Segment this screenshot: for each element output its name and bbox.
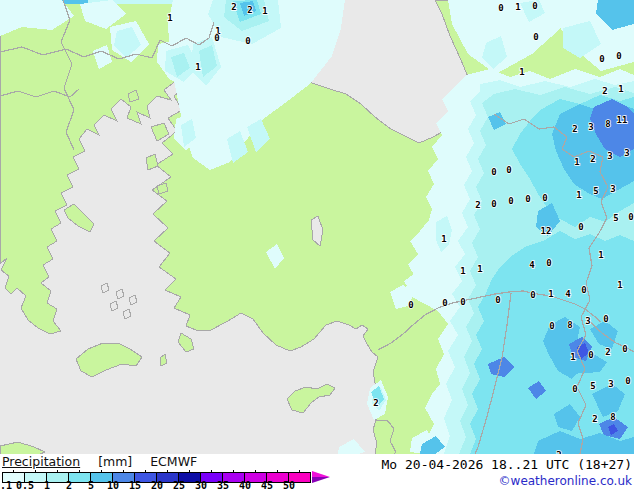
precip-value-label: 2 bbox=[592, 414, 597, 424]
legend-tick-label: 0.1 bbox=[0, 482, 14, 490]
precip-value-label: 0 bbox=[546, 258, 551, 268]
precip-value-label: 8 bbox=[605, 119, 610, 129]
precip-value-label: 0 bbox=[506, 165, 511, 175]
precip-value-label: 1 bbox=[548, 289, 553, 299]
precip-value-label: 1 bbox=[570, 352, 575, 362]
precip-value-label: 4 bbox=[529, 260, 535, 270]
precip-value-label: 0 bbox=[491, 199, 496, 209]
precip-value-label: 0 bbox=[542, 193, 547, 203]
arrow-top bbox=[312, 471, 330, 477]
precip-value-label: 0 bbox=[442, 298, 447, 308]
precip-value-label: 4 bbox=[565, 289, 571, 299]
precipitation-map: 1122100101001002123811123300153200001205… bbox=[0, 0, 634, 454]
precip-value-label: 2 bbox=[590, 154, 595, 164]
forecast-datetime: Mo 20-04-2026 18..21 UTC (18+27) bbox=[382, 457, 632, 472]
precip-value-label: 0 bbox=[572, 384, 577, 394]
precip-value-label: 0 bbox=[525, 194, 530, 204]
model-name: ECMWF bbox=[150, 454, 197, 469]
legend-title: Precipitation bbox=[2, 454, 80, 469]
precip-value-label: 2 bbox=[602, 86, 607, 96]
legend-tick-label: 15 bbox=[124, 482, 146, 490]
precip-value-label: 0 bbox=[578, 222, 583, 232]
precip-value-label: 0 bbox=[408, 300, 413, 310]
precip-value-label: 0 bbox=[491, 167, 496, 177]
precip-value-label: 5 bbox=[590, 381, 595, 391]
legend-unit: [mm] bbox=[98, 454, 132, 469]
legend-tick-label: 0.5 bbox=[14, 482, 36, 490]
precip-value-label: 3 bbox=[588, 122, 593, 132]
legend-right: Mo 20-04-2026 18..21 UTC (18+27) ©weathe… bbox=[382, 457, 632, 488]
precip-value-label: 5 bbox=[613, 213, 618, 223]
precip-value-label: 3 bbox=[624, 148, 629, 158]
precip-value-label: 3 bbox=[607, 151, 612, 161]
precip-value-label: 2 bbox=[605, 347, 610, 357]
precip-value-label: 1 bbox=[477, 264, 482, 274]
weather-app: 1122100101001002123811123300153200001205… bbox=[0, 0, 634, 490]
legend-tick-label: 1 bbox=[36, 482, 58, 490]
legend-title-row: Precipitation [mm] ECMWF bbox=[2, 454, 197, 469]
legend-tick-label: 10 bbox=[102, 482, 124, 490]
precip-value-label: 0 bbox=[603, 314, 608, 324]
legend-tick-label: 2 bbox=[58, 482, 80, 490]
legend-tick-labels: 0.10.5125101520253035404550 bbox=[0, 482, 300, 490]
legend-tick-label: 20 bbox=[146, 482, 168, 490]
precip-value-label: 1 bbox=[618, 84, 623, 94]
legend-tick-label: 5 bbox=[80, 482, 102, 490]
precip-value-label: 12 bbox=[541, 226, 552, 236]
precip-value-label: 1 bbox=[460, 266, 465, 276]
precip-value-label: 0 bbox=[498, 3, 503, 13]
precip-value-label: 1 bbox=[262, 6, 267, 16]
precip-value-label: 1 bbox=[598, 250, 603, 260]
precip-value-label: 1 bbox=[519, 67, 524, 77]
precip-value-label: 0 bbox=[628, 212, 633, 222]
precip-value-label: 0 bbox=[508, 196, 513, 206]
scale-overflow-arrow bbox=[312, 470, 334, 484]
precip-value-label: 0 bbox=[530, 290, 535, 300]
legend-tick-label: 35 bbox=[212, 482, 234, 490]
precip-value-label: 2 bbox=[231, 2, 236, 12]
precip-value-label: 0 bbox=[460, 297, 465, 307]
legend-tick-label: 50 bbox=[278, 482, 300, 490]
precip-value-label: 5 bbox=[593, 186, 598, 196]
precip-value-label: 0 bbox=[533, 32, 538, 42]
precip-value-label: 0 bbox=[622, 344, 627, 354]
weather-map-svg: 1122100101001002123811123300153200001205… bbox=[0, 0, 634, 454]
precip-value-label: 1 bbox=[515, 2, 520, 12]
precip-value-label: 3 bbox=[585, 316, 590, 326]
precip-value-label: 2 bbox=[475, 200, 480, 210]
precip-value-label: 3 bbox=[610, 184, 615, 194]
precip-value-label: 2 bbox=[373, 398, 378, 408]
legend-tick-label: 25 bbox=[168, 482, 190, 490]
precip-value-label: 0 bbox=[588, 350, 593, 360]
precip-value-label: 1 bbox=[441, 234, 446, 244]
precip-value-label: 2 bbox=[247, 5, 252, 15]
precip-value-label: 0 bbox=[625, 376, 630, 386]
precip-value-label: 0 bbox=[214, 33, 219, 43]
legend-tick-label: 30 bbox=[190, 482, 212, 490]
precip-value-label: 1 bbox=[167, 13, 172, 23]
copyright-text: ©weatheronline.co.uk bbox=[382, 474, 632, 488]
precip-value-label: 11 bbox=[617, 115, 628, 125]
precip-value-label: 0 bbox=[616, 51, 621, 61]
legend-tick-label: 40 bbox=[234, 482, 256, 490]
legend-tick-label: 45 bbox=[256, 482, 278, 490]
precip-value-label: 0 bbox=[495, 295, 500, 305]
legend-left: Precipitation [mm] ECMWF 0.10.5125101520… bbox=[2, 454, 197, 469]
precip-value-label: 1 bbox=[195, 62, 200, 72]
precip-value-label: 0 bbox=[245, 36, 250, 46]
precip-value-label: 8 bbox=[567, 320, 572, 330]
precip-value-label: 0 bbox=[532, 1, 537, 11]
precip-value-label: 1 bbox=[576, 190, 581, 200]
arrow-bottom bbox=[312, 477, 330, 483]
precip-value-label: 1 bbox=[574, 157, 579, 167]
precip-value-label: 0 bbox=[549, 321, 554, 331]
precip-value-label: 3 bbox=[608, 379, 613, 389]
precip-value-label: 1 bbox=[617, 280, 622, 290]
precip-value-label: 0 bbox=[599, 54, 604, 64]
precip-value-label: 0 bbox=[581, 285, 586, 295]
precip-value-label: 8 bbox=[610, 412, 615, 422]
legend-bar: Precipitation [mm] ECMWF 0.10.5125101520… bbox=[0, 454, 634, 490]
precip-value-label: 2 bbox=[572, 124, 577, 134]
